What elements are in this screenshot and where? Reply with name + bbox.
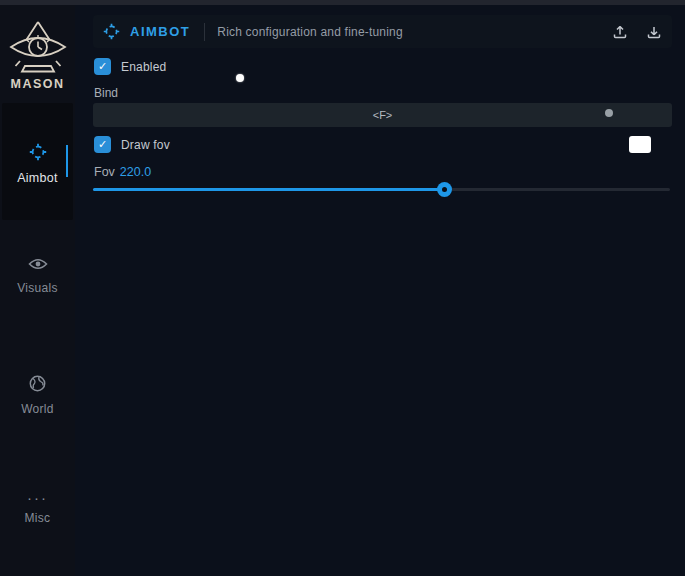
brand-logo: MASON bbox=[0, 20, 75, 91]
fov-value: 220.0 bbox=[120, 165, 151, 179]
sidebar-item-aimbot[interactable]: Aimbot bbox=[2, 103, 73, 220]
sidebar-item-visuals[interactable]: Visuals bbox=[0, 257, 75, 295]
download-icon[interactable] bbox=[646, 24, 662, 40]
bind-label: Bind bbox=[94, 86, 118, 100]
fov-label: Fov bbox=[94, 165, 115, 179]
globe-icon bbox=[0, 375, 75, 396]
app-window: MASON Aimbot bbox=[0, 0, 685, 576]
sidebar-item-world[interactable]: World bbox=[0, 375, 75, 416]
main-panel: AIMBOT Rich configuration and fine-tunin… bbox=[75, 5, 685, 576]
enabled-checkbox[interactable]: ✓ bbox=[94, 58, 111, 75]
draw-fov-row: ✓ Draw fov bbox=[94, 136, 170, 153]
upload-icon[interactable] bbox=[612, 24, 628, 40]
bind-input[interactable]: <F> bbox=[93, 103, 672, 127]
fov-slider[interactable] bbox=[93, 188, 670, 191]
sidebar-item-misc[interactable]: ··· Misc bbox=[0, 493, 75, 525]
fov-color-swatch[interactable] bbox=[629, 136, 651, 153]
brand-name: MASON bbox=[0, 77, 75, 91]
sidebar-item-label: Misc bbox=[0, 511, 75, 525]
enabled-row: ✓ Enabled bbox=[94, 58, 166, 75]
draw-fov-label: Draw fov bbox=[121, 138, 170, 152]
ellipsis-icon: ··· bbox=[0, 493, 75, 503]
fov-slider-thumb[interactable] bbox=[437, 182, 452, 197]
eye-pyramid-icon bbox=[0, 20, 75, 74]
section-title: AIMBOT bbox=[130, 24, 190, 39]
sidebar-item-label: Visuals bbox=[0, 281, 75, 295]
section-header: AIMBOT Rich configuration and fine-tunin… bbox=[93, 15, 672, 48]
cursor-dot bbox=[236, 74, 244, 82]
sidebar: MASON Aimbot bbox=[0, 5, 75, 576]
header-divider bbox=[204, 23, 205, 41]
crosshair-icon bbox=[103, 23, 120, 40]
fov-label-row: Fov220.0 bbox=[94, 165, 151, 179]
sidebar-item-label: World bbox=[0, 402, 75, 416]
crosshair-icon bbox=[2, 143, 73, 165]
fov-slider-fill bbox=[93, 188, 445, 191]
bind-value: <F> bbox=[373, 109, 393, 121]
bind-cursor-dot bbox=[605, 109, 613, 117]
eye-icon bbox=[0, 257, 75, 275]
sidebar-item-label: Aimbot bbox=[2, 171, 73, 185]
draw-fov-checkbox[interactable]: ✓ bbox=[94, 136, 111, 153]
section-subtitle: Rich configuration and fine-tuning bbox=[217, 25, 594, 39]
enabled-label: Enabled bbox=[121, 60, 166, 74]
